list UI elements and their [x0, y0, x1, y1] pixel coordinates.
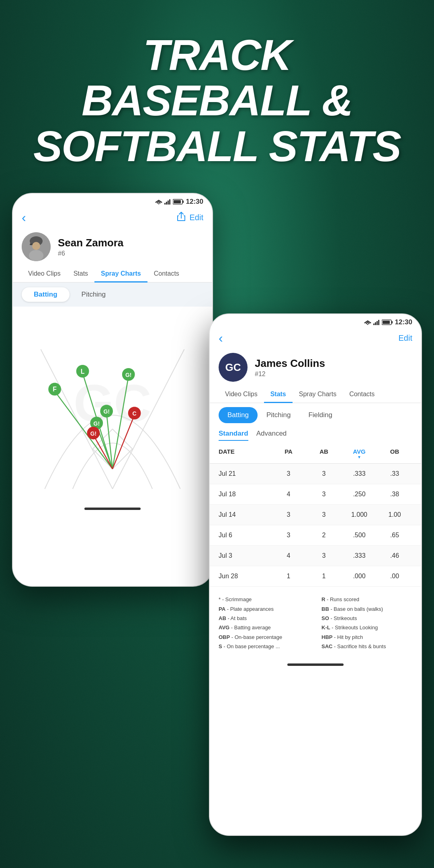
detail-tabs: Standard Advanced: [210, 423, 421, 441]
tab-contacts-2[interactable]: Contacts: [343, 387, 381, 403]
tab-spray-charts-2[interactable]: Spray Charts: [293, 387, 343, 403]
row-date: Jul 14: [219, 511, 271, 518]
svg-text:G!: G!: [94, 420, 100, 427]
svg-rect-46: [378, 320, 379, 325]
player-number-2: #12: [255, 371, 325, 378]
home-indicator-1: [13, 504, 212, 514]
signal-icon: [164, 199, 171, 205]
player-name-2: James Collins: [255, 357, 325, 370]
wifi-icon: [155, 199, 162, 205]
col-header-pa: PA: [271, 448, 306, 459]
svg-rect-43: [373, 323, 375, 325]
sub-tab-pitching-1[interactable]: Pitching: [70, 287, 118, 302]
wifi-icon-2: [364, 319, 371, 325]
legend-item: AB - At bats: [219, 614, 309, 623]
svg-point-13: [32, 242, 40, 250]
row-ob: .46: [377, 552, 412, 559]
share-button-1[interactable]: [177, 212, 186, 224]
stats-tab-pitching[interactable]: Pitching: [258, 407, 299, 423]
edit-button-1[interactable]: Edit: [190, 213, 203, 222]
sub-tabs-1: Batting Pitching: [13, 283, 212, 307]
row-avg: .333: [342, 470, 377, 477]
avatar-1: [22, 232, 51, 261]
row-ob: .65: [377, 532, 412, 539]
status-icons-1: 12:30: [155, 198, 203, 206]
svg-rect-9: [174, 200, 181, 203]
svg-rect-45: [377, 321, 378, 325]
avatar-initials-2: GC: [225, 361, 241, 374]
legend-item: S - On base percentage ...: [219, 642, 309, 651]
col-header-avg[interactable]: AVG ▼: [342, 448, 377, 459]
status-icons-2: 12:30: [364, 318, 412, 326]
stats-tab-fielding[interactable]: Fielding: [299, 407, 341, 423]
legend-row: AVG - Batting average K-L - Strikeouts L…: [219, 623, 412, 632]
row-ab: 3: [306, 552, 342, 559]
back-button-1[interactable]: ‹: [22, 210, 26, 225]
detail-tab-standard[interactable]: Standard: [219, 427, 248, 441]
spray-chart-svg: GC L F: [13, 315, 212, 504]
tab-contacts-1[interactable]: Contacts: [147, 266, 186, 283]
player-number-1: #6: [58, 250, 123, 257]
avatar-2: GC: [219, 353, 248, 382]
col-header-date: DATE: [219, 448, 271, 459]
legend-item: SAC - Sacrifice hits & bunts: [321, 642, 412, 651]
nav-bar-2: ‹ Edit: [210, 328, 421, 350]
tab-stats-2[interactable]: Stats: [264, 387, 293, 403]
svg-point-42: [367, 324, 368, 325]
stats-table: DATE PA AB AVG ▼ OB Jul 21 3 3 .333 .33 …: [210, 444, 421, 587]
row-pa: 4: [271, 552, 306, 559]
legend-item: HBP - Hit by pitch: [321, 633, 412, 642]
tab-spray-charts-1[interactable]: Spray Charts: [94, 266, 147, 283]
tab-video-clips-1[interactable]: Video Clips: [22, 266, 67, 283]
stats-tab-batting[interactable]: Batting: [219, 407, 258, 423]
tab-video-clips-2[interactable]: Video Clips: [219, 387, 264, 403]
home-indicator-2: [210, 659, 421, 670]
svg-rect-49: [383, 321, 390, 324]
svg-text:F: F: [53, 386, 57, 393]
svg-rect-44: [375, 322, 376, 325]
legend-item: K-L - Strikeouts Looking: [321, 623, 412, 632]
svg-point-2: [158, 203, 159, 205]
row-pa: 3: [271, 511, 306, 518]
tab-stats-1[interactable]: Stats: [67, 266, 94, 283]
stats-sub-tabs: Batting Pitching Fielding: [210, 403, 421, 423]
back-button-2[interactable]: ‹: [219, 331, 223, 346]
legend-row: AB - At bats SO - Strikeouts: [219, 614, 412, 623]
detail-tab-advanced[interactable]: Advanced: [256, 427, 287, 441]
legend-item: OBP - On-base percentage: [219, 633, 309, 642]
svg-text:G!: G!: [125, 372, 131, 378]
row-pa: 3: [271, 470, 306, 477]
sub-tab-batting-1[interactable]: Batting: [22, 287, 70, 302]
legend-row: PA - Plate appearances BB - Base on ball…: [219, 604, 412, 614]
row-ab: 3: [306, 511, 342, 518]
svg-text:G!: G!: [103, 408, 109, 415]
row-ab: 3: [306, 470, 342, 477]
svg-rect-4: [166, 202, 167, 205]
row-ob: .33: [377, 470, 412, 477]
table-row: Jul 3 4 3 .333 .46: [210, 546, 421, 566]
status-bar-2: 12:30: [210, 314, 421, 328]
svg-rect-48: [391, 321, 393, 323]
battery-icon-2: [382, 319, 393, 325]
svg-text:G!: G!: [90, 430, 96, 437]
hero-title: TRACK BASEBALL & SOFTBALL STATS: [24, 32, 410, 169]
row-avg: .333: [342, 552, 377, 559]
player-name-1: Sean Zamora: [58, 237, 123, 249]
player-info-2: GC James Collins #12: [210, 350, 421, 387]
hero-section: TRACK BASEBALL & SOFTBALL STATS: [0, 0, 434, 185]
svg-point-14: [29, 250, 43, 261]
row-pa: 3: [271, 532, 306, 539]
row-date: Jul 6: [219, 532, 271, 539]
tab-nav-1: Video Clips Stats Spray Charts Contacts: [13, 266, 212, 283]
status-time-2: 12:30: [395, 318, 412, 326]
edit-button-2[interactable]: Edit: [399, 334, 412, 343]
player-info-1: Sean Zamora #6: [13, 229, 212, 266]
nav-bar-1: ‹ Edit: [13, 208, 212, 229]
signal-icon-2: [373, 319, 380, 325]
legend-row: * - Scrimmage R - Runs scored: [219, 595, 412, 604]
spray-chart-area: GC L F: [13, 307, 212, 504]
status-bar-1: 12:30: [13, 194, 212, 208]
table-row: Jul 6 3 2 .500 .65: [210, 525, 421, 546]
table-row: Jul 14 3 3 1.000 1.00: [210, 505, 421, 525]
row-avg: .500: [342, 532, 377, 539]
